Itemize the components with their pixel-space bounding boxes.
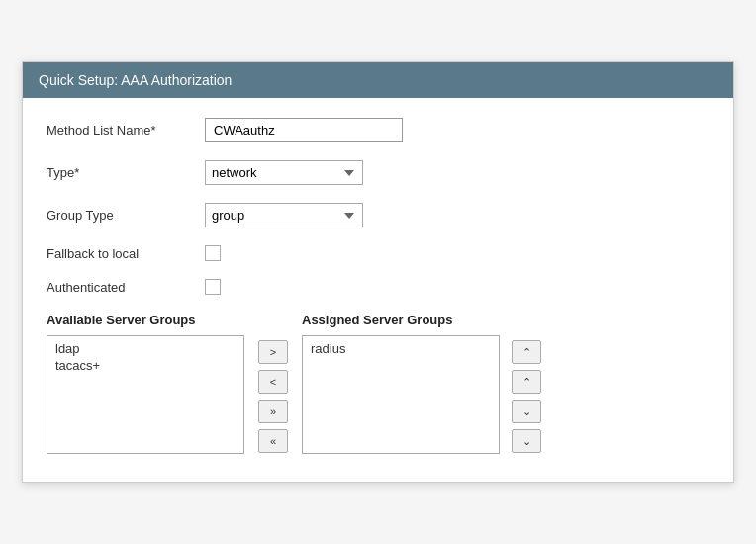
- group-type-row: Group Type group radius tacacs+ ldap: [47, 203, 709, 227]
- dialog-title: Quick Setup: AAA Authorization: [39, 72, 232, 88]
- group-type-control: group radius tacacs+ ldap: [205, 203, 363, 227]
- authenticated-row: Authenticated: [47, 279, 709, 295]
- method-list-name-control: [205, 118, 403, 142]
- type-control: network exec commands: [205, 160, 363, 185]
- fallback-control: [205, 245, 221, 261]
- authenticated-label: Authenticated: [47, 280, 205, 295]
- move-bottom-button[interactable]: ⌄: [512, 429, 541, 453]
- move-left-button[interactable]: <: [258, 370, 288, 394]
- dialog-body: Method List Name* Type* network exec com…: [23, 98, 733, 482]
- available-server-groups-listbox[interactable]: ldap tacacs+: [47, 335, 244, 454]
- move-all-left-button[interactable]: «: [258, 429, 288, 453]
- move-top-button[interactable]: ⌃: [512, 340, 541, 364]
- fallback-label: Fallback to local: [47, 246, 205, 261]
- method-list-name-label: Method List Name*: [47, 123, 205, 137]
- available-server-groups-header: Available Server Groups: [47, 313, 244, 327]
- type-row: Type* network exec commands: [47, 160, 709, 185]
- fallback-row: Fallback to local: [47, 245, 709, 261]
- dialog-header: Quick Setup: AAA Authorization: [23, 62, 733, 98]
- method-list-name-input[interactable]: [205, 118, 403, 142]
- authenticated-checkbox[interactable]: [205, 279, 221, 295]
- group-type-select[interactable]: group radius tacacs+ ldap: [205, 203, 363, 227]
- authenticated-control: [205, 279, 221, 295]
- list-item[interactable]: radius: [307, 340, 495, 357]
- assigned-server-groups-header: Assigned Server Groups: [302, 313, 500, 327]
- method-list-name-row: Method List Name*: [47, 118, 709, 142]
- move-right-button[interactable]: >: [258, 340, 288, 364]
- move-all-right-button[interactable]: »: [258, 400, 288, 423]
- list-item[interactable]: tacacs+: [51, 357, 239, 374]
- type-select[interactable]: network exec commands: [205, 160, 363, 185]
- transfer-buttons: > < » «: [258, 313, 288, 453]
- dialog: Quick Setup: AAA Authorization Method Li…: [22, 61, 734, 483]
- assigned-server-groups-container: Assigned Server Groups radius: [302, 313, 500, 454]
- group-type-label: Group Type: [47, 208, 205, 223]
- type-label: Type*: [47, 165, 205, 180]
- move-down-button[interactable]: ⌄: [512, 400, 541, 423]
- server-groups-section: Available Server Groups ldap tacacs+ > <…: [47, 313, 709, 454]
- assigned-server-groups-listbox[interactable]: radius: [302, 335, 500, 454]
- available-server-groups-container: Available Server Groups ldap tacacs+: [47, 313, 244, 454]
- order-buttons: ⌃ ⌃ ⌄ ⌄: [512, 313, 541, 453]
- list-item[interactable]: ldap: [51, 340, 239, 357]
- move-up-button[interactable]: ⌃: [512, 370, 541, 394]
- fallback-checkbox[interactable]: [205, 245, 221, 261]
